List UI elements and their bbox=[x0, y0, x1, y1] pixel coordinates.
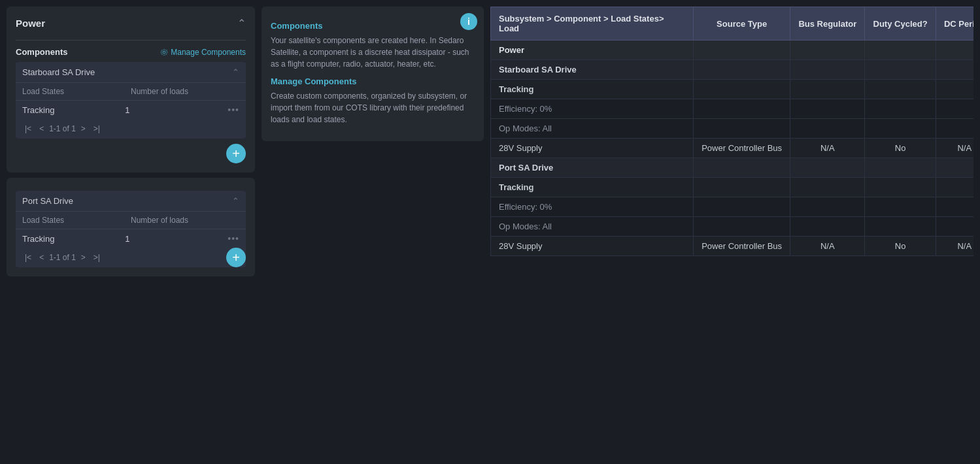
row-options-button[interactable]: ••• bbox=[228, 105, 239, 115]
component-card-starboard: Starboard SA Drive ⌃ Load States Number … bbox=[16, 62, 246, 139]
load-state-name-tracking: Tracking bbox=[22, 105, 125, 115]
table-row: Starboard SA Drive bbox=[491, 60, 974, 80]
tooltip-section1-text: Your satellite's components are created … bbox=[271, 35, 475, 70]
table-row: Port SA Drive bbox=[491, 158, 974, 178]
first-page-button-port[interactable]: |< bbox=[22, 252, 34, 263]
col-header-path: Subsystem > Component > Load States> Loa… bbox=[491, 7, 694, 41]
load-state-row: Tracking 1 ••• bbox=[16, 101, 246, 119]
tooltip-section2-title: Manage Components bbox=[271, 76, 475, 86]
data-table-panel: Subsystem > Component > Load States> Loa… bbox=[490, 7, 973, 457]
gear-icon bbox=[160, 48, 168, 56]
next-page-button-port[interactable]: > bbox=[78, 252, 88, 263]
table-row: 28V SupplyPower Controller BusN/ANoN/AN/… bbox=[491, 139, 974, 158]
table-row: Tracking bbox=[491, 178, 974, 197]
tooltip-section2-text: Create custom components, organized by s… bbox=[271, 90, 475, 125]
pagination-row: |< < 1-1 of 1 > >| bbox=[16, 119, 246, 139]
load-state-row-port: Tracking 1 ••• bbox=[16, 229, 246, 248]
tooltip-section1-title: Components bbox=[271, 21, 475, 31]
load-states-col-header: Load States bbox=[22, 87, 131, 96]
info-icon: i bbox=[460, 13, 477, 30]
components-label: Components bbox=[16, 47, 67, 57]
manage-components-link[interactable]: Manage Components bbox=[160, 48, 246, 57]
table-row: Efficiency: 0% bbox=[491, 197, 974, 217]
num-loads-col-header-port: Number of loads bbox=[131, 216, 239, 225]
last-page-button[interactable]: >| bbox=[91, 123, 103, 135]
load-state-name-tracking-port: Tracking bbox=[22, 234, 125, 244]
prev-page-button[interactable]: < bbox=[37, 123, 46, 135]
table-row: Efficiency: 0% bbox=[491, 99, 974, 119]
component-card-port: Port SA Drive ⌃ Load States Number of lo… bbox=[16, 191, 246, 267]
table-row: Tracking bbox=[491, 80, 974, 99]
load-states-col-header-port: Load States bbox=[22, 216, 131, 225]
load-count-port: 1 bbox=[125, 234, 228, 244]
next-page-button[interactable]: > bbox=[78, 123, 88, 135]
first-page-button[interactable]: |< bbox=[22, 123, 34, 135]
table-row: Power bbox=[491, 41, 974, 60]
component-name-port: Port SA Drive bbox=[22, 196, 73, 206]
page-info-port: 1-1 of 1 bbox=[49, 253, 76, 262]
table-row: Op Modes: All bbox=[491, 217, 974, 237]
col-header-duty-cycled: Duty Cycled? bbox=[865, 7, 936, 41]
add-load-state-button-starboard[interactable]: + bbox=[226, 144, 246, 163]
num-loads-col-header: Number of loads bbox=[131, 87, 239, 96]
page-info: 1-1 of 1 bbox=[49, 124, 76, 133]
chevron-up-icon[interactable]: ⌃ bbox=[232, 67, 239, 77]
component-name-starboard: Starboard SA Drive bbox=[22, 67, 95, 77]
chevron-up-icon-port[interactable]: ⌃ bbox=[232, 196, 239, 206]
pagination-row-port: |< < 1-1 of 1 > >| bbox=[16, 248, 246, 267]
tooltip-panel: i Components Your satellite's components… bbox=[262, 7, 484, 141]
table-row: Op Modes: All bbox=[491, 119, 974, 139]
load-count: 1 bbox=[125, 105, 228, 115]
panel-title: Power bbox=[16, 18, 45, 29]
col-header-dc-period: DC Period bbox=[936, 7, 973, 41]
table-row: 28V SupplyPower Controller BusN/ANoN/AN/… bbox=[491, 237, 974, 256]
col-header-source-type: Source Type bbox=[694, 7, 790, 41]
prev-page-button-port[interactable]: < bbox=[37, 252, 46, 263]
last-page-button-port[interactable]: >| bbox=[91, 252, 103, 263]
load-table: Subsystem > Component > Load States> Loa… bbox=[490, 7, 973, 256]
col-header-bus-regulator: Bus Regulator bbox=[790, 7, 865, 41]
row-options-button-port[interactable]: ••• bbox=[228, 233, 239, 244]
collapse-button[interactable]: ⌃ bbox=[237, 17, 246, 29]
add-load-state-button-port[interactable]: + bbox=[226, 248, 246, 267]
